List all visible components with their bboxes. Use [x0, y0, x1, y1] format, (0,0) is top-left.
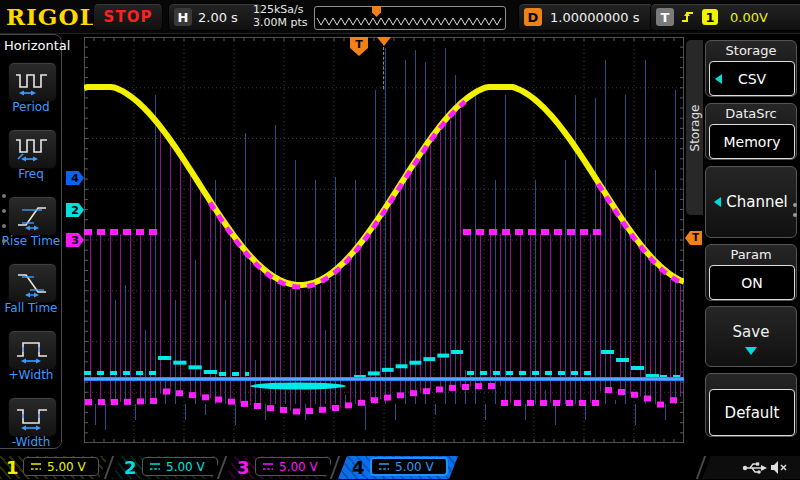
- acquisition-info: 125kSa/s 3.00M pts: [253, 3, 308, 29]
- channel-1-scale: 5.00 V: [47, 460, 86, 474]
- ch2-position-marker[interactable]: 2: [66, 203, 84, 217]
- storage-type-value-box: CSV: [709, 61, 795, 96]
- channel-4-scale: 5.00 V: [395, 460, 434, 474]
- run-state-button[interactable]: STOP: [93, 3, 163, 31]
- measure-pos-width-button[interactable]: [8, 330, 57, 370]
- preview-waveform: [315, 7, 503, 27]
- h-badge: H: [174, 8, 192, 26]
- period-label: Period: [0, 100, 62, 114]
- channel-3-scale: 5.00 V: [279, 460, 318, 474]
- default-label: Default: [725, 404, 780, 422]
- fall-time-label: Fall Time: [0, 301, 62, 315]
- measure-fall-time-button[interactable]: [8, 263, 57, 303]
- channel-1-number: 1: [6, 457, 19, 478]
- data-source-label: DataSrc: [706, 106, 796, 121]
- menu-tab-storage[interactable]: Storage: [686, 40, 703, 215]
- trigger-source-badge: 1: [702, 9, 718, 25]
- channel-label: Channel: [726, 193, 788, 211]
- page-indicator-dot: [2, 209, 6, 213]
- trigger-level-value: 0.00V: [730, 10, 768, 25]
- neg-width-label: -Width: [0, 435, 62, 449]
- data-source-button[interactable]: DataSrc Memory: [705, 103, 797, 160]
- param-label: Param: [706, 247, 796, 262]
- channel-4-number: 4: [352, 457, 365, 478]
- memory-depth: 3.00M pts: [253, 16, 308, 29]
- channel-3-number: 3: [237, 457, 250, 478]
- menu-scroll-dot: [793, 213, 797, 217]
- channel-2-number: 2: [124, 457, 137, 478]
- save-label: Save: [706, 323, 796, 341]
- trigger-point-line: [383, 47, 384, 89]
- default-value-box: Default: [709, 389, 795, 436]
- run-state-label: STOP: [104, 8, 153, 26]
- storage-type-value: CSV: [738, 71, 766, 87]
- left-menu-title: Horizontal: [4, 38, 70, 53]
- channel-4-block-selected[interactable]: 4 5.00 V: [338, 456, 458, 479]
- oscilloscope-screen: RIGOL STOP H 2.00 s 125kSa/s 3.00M pts D…: [0, 0, 800, 480]
- trigger-box: T 1 0.00V: [650, 3, 800, 31]
- channel-1-scale-box: 5.00 V: [23, 457, 99, 476]
- channel-2-scale-box: 5.00 V: [142, 457, 218, 476]
- data-source-value: Memory: [724, 134, 781, 150]
- down-arrow-icon: [745, 347, 757, 355]
- channel-button[interactable]: Channel: [705, 166, 797, 238]
- measure-neg-width-button[interactable]: [8, 397, 57, 437]
- delay-badge: D: [524, 8, 542, 26]
- left-arrow-icon: [715, 74, 722, 84]
- ch4-position-marker[interactable]: 4: [66, 171, 84, 185]
- measure-freq-button[interactable]: [8, 129, 57, 169]
- system-status-block: [702, 456, 800, 479]
- channel-4-scale-box: 5.00 V: [370, 457, 448, 476]
- waveform-display: [84, 37, 684, 443]
- channel-3-block[interactable]: 3 5.00 V: [225, 456, 334, 479]
- waveform-preview-bar[interactable]: [314, 6, 506, 30]
- pos-width-label: +Width: [0, 368, 62, 382]
- left-arrow-icon: [714, 197, 721, 207]
- usb-icon: [742, 461, 768, 475]
- rigol-logo: RIGOL: [6, 3, 97, 30]
- channel-2-block[interactable]: 2 5.00 V: [112, 456, 221, 479]
- horizontal-scale-value: 2.00 s: [198, 10, 238, 25]
- save-button[interactable]: Save: [705, 306, 797, 367]
- menu-tab-label: Storage: [688, 104, 702, 151]
- channel-1-block[interactable]: 1 5.00 V: [0, 456, 108, 479]
- default-button[interactable]: Default: [705, 373, 797, 437]
- dc-coupling-icon: [149, 461, 162, 472]
- measure-rise-time-button[interactable]: [8, 196, 57, 236]
- speaker-muted-icon: [770, 460, 788, 475]
- dc-coupling-icon: [262, 461, 275, 472]
- neg-width-icon: [14, 402, 52, 432]
- param-value-box: ON: [709, 265, 795, 300]
- delay-value: 1.00000000 s: [550, 10, 639, 25]
- trigger-badge: T: [656, 8, 674, 26]
- ch3-position-marker[interactable]: 3: [66, 233, 84, 247]
- storage-type-label: Storage: [706, 43, 796, 58]
- measure-period-button[interactable]: [8, 62, 57, 102]
- rising-edge-icon: [680, 9, 696, 25]
- channel-2-scale: 5.00 V: [166, 460, 205, 474]
- rise-time-icon: [14, 201, 52, 231]
- rise-time-label: Rise Time: [0, 234, 62, 248]
- channel-3-scale-box: 5.00 V: [255, 457, 331, 476]
- dc-coupling-icon: [378, 461, 391, 472]
- period-icon: [14, 67, 52, 97]
- top-status-bar: RIGOL STOP H 2.00 s 125kSa/s 3.00M pts D…: [0, 0, 800, 34]
- freq-label: Freq: [0, 167, 62, 181]
- trigger-level-marker[interactable]: T: [685, 231, 702, 245]
- pos-width-icon: [14, 335, 52, 365]
- param-value: ON: [741, 275, 763, 291]
- freq-icon: [14, 134, 52, 164]
- dc-coupling-icon: [30, 461, 43, 472]
- page-indicator-dot: [2, 239, 6, 243]
- fall-time-icon: [14, 268, 52, 298]
- page-indicator-dot: [2, 224, 6, 228]
- delay-box: D 1.00000000 s: [518, 3, 654, 31]
- storage-type-button[interactable]: Storage CSV: [705, 40, 797, 97]
- sample-rate: 125kSa/s: [253, 3, 308, 16]
- param-button[interactable]: Param ON: [705, 244, 797, 301]
- data-source-value-box: Memory: [709, 124, 795, 159]
- page-indicator-dot: [2, 194, 6, 198]
- horizontal-scale-box: H 2.00 s: [168, 3, 262, 31]
- menu-scroll-dot: [793, 203, 797, 207]
